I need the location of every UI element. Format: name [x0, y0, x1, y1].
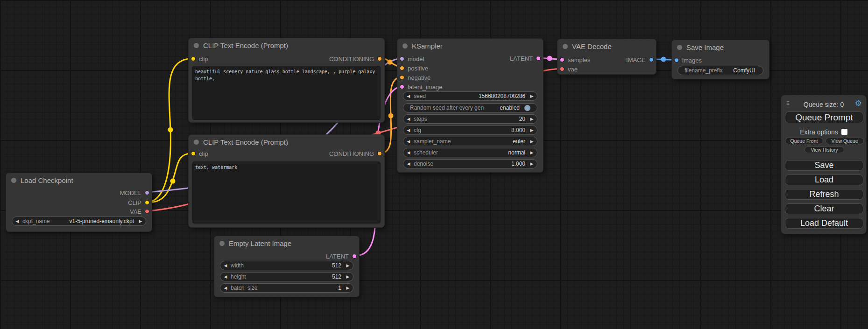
node-title-bar[interactable]: CLIP Text Encode (Prompt) [189, 38, 384, 52]
output-slot-model[interactable]: MODEL [120, 189, 149, 197]
decrement-arrow-icon[interactable]: ◀ [220, 263, 231, 268]
node-graph-canvas[interactable]: Load Checkpoint MODEL CLIP VAE ◀ ckpt_na… [0, 0, 868, 329]
load-button[interactable]: Load [785, 175, 863, 185]
vae-input-dot[interactable] [560, 67, 565, 71]
latent-input-dot[interactable] [560, 57, 565, 62]
collapse-dot-icon[interactable] [11, 178, 16, 183]
output-slot-image[interactable]: IMAGE [626, 56, 654, 64]
output-slot-conditioning[interactable]: CONDITIONING [329, 55, 382, 63]
node-empty-latent-image[interactable]: Empty Latent Image LATENT ◀ width 512 ▶ … [214, 236, 360, 297]
prompt-textarea[interactable]: text, watermark [192, 161, 381, 224]
increment-arrow-icon[interactable]: ▶ [343, 274, 353, 279]
image-output-dot[interactable] [649, 57, 654, 62]
increment-arrow-icon[interactable]: ▶ [343, 263, 353, 268]
output-slot-latent[interactable]: LATENT [326, 252, 357, 260]
decrement-arrow-icon[interactable]: ◀ [220, 286, 231, 290]
increment-arrow-icon[interactable]: ▶ [527, 150, 537, 155]
input-slot-images[interactable]: images [674, 56, 702, 64]
input-slot-model[interactable]: model [400, 55, 424, 63]
queue-prompt-button[interactable]: Queue Prompt [785, 112, 863, 123]
widget-denoise[interactable]: ◀ denoise 1.000 ▶ [403, 159, 537, 168]
node-save-image[interactable]: Save Image images filename_prefix ComfyU… [671, 40, 769, 79]
decrement-arrow-icon[interactable]: ◀ [403, 161, 414, 166]
input-slot-clip[interactable]: clip [191, 149, 208, 158]
widget-batch-size[interactable]: ◀ batch_size 1 ▶ [220, 283, 353, 293]
widget-filename-prefix[interactable]: filename_prefix ComfyUI [677, 66, 763, 75]
decrement-arrow-icon[interactable]: ◀ [12, 219, 22, 224]
output-slot-clip[interactable]: CLIP [128, 198, 149, 207]
node-ksampler[interactable]: KSampler model positive negative latent_… [397, 38, 543, 173]
image-input-dot[interactable] [674, 58, 679, 63]
decrement-arrow-icon[interactable]: ◀ [403, 94, 414, 98]
decrement-arrow-icon[interactable]: ◀ [403, 150, 414, 155]
collapse-dot-icon[interactable] [677, 45, 682, 50]
load-default-button[interactable]: Load Default [785, 218, 863, 229]
clip-output-dot[interactable] [145, 200, 149, 205]
clip-input-dot[interactable] [191, 56, 196, 61]
view-queue-button[interactable]: View Queue [826, 138, 864, 144]
conditioning-input-dot[interactable] [400, 66, 404, 70]
widget-random-seed-toggle[interactable]: Random seed after every gen enabled [403, 103, 537, 112]
node-title-bar[interactable]: VAE Decode [557, 39, 656, 53]
collapse-dot-icon[interactable] [194, 140, 199, 145]
increment-arrow-icon[interactable]: ▶ [135, 219, 146, 224]
widget-cfg[interactable]: ◀ cfg 8.000 ▶ [403, 126, 537, 135]
input-slot-latent-image[interactable]: latent_image [400, 83, 442, 91]
node-clip-text-encode-positive[interactable]: CLIP Text Encode (Prompt) clip CONDITION… [188, 38, 385, 123]
model-input-dot[interactable] [400, 56, 404, 61]
decrement-arrow-icon[interactable]: ◀ [403, 117, 414, 121]
prompt-textarea[interactable]: beautiful scenery nature glass bottle la… [192, 66, 381, 120]
widget-scheduler[interactable]: ◀ scheduler normal ▶ [403, 148, 537, 157]
increment-arrow-icon[interactable]: ▶ [527, 117, 537, 121]
latent-output-dot[interactable] [536, 56, 541, 61]
decrement-arrow-icon[interactable]: ◀ [220, 274, 231, 279]
save-button[interactable]: Save [785, 160, 863, 171]
clip-input-dot[interactable] [191, 151, 196, 156]
node-load-checkpoint[interactable]: Load Checkpoint MODEL CLIP VAE ◀ ckpt_na… [6, 173, 152, 232]
increment-arrow-icon[interactable]: ▶ [527, 161, 537, 166]
node-title-bar[interactable]: CLIP Text Encode (Prompt) [189, 135, 384, 149]
latent-output-dot[interactable] [352, 254, 357, 259]
node-title-bar[interactable]: Save Image [672, 40, 769, 54]
input-slot-positive[interactable]: positive [400, 64, 428, 72]
latent-input-dot[interactable] [400, 84, 404, 89]
view-history-button[interactable]: View History [804, 147, 844, 153]
output-slot-latent[interactable]: LATENT [510, 54, 541, 63]
increment-arrow-icon[interactable]: ▶ [527, 128, 537, 133]
model-output-dot[interactable] [145, 190, 149, 195]
vae-output-dot[interactable] [145, 209, 149, 214]
conditioning-input-dot[interactable] [400, 75, 404, 80]
refresh-button[interactable]: Refresh [785, 189, 863, 200]
input-slot-clip[interactable]: clip [191, 55, 208, 63]
collapse-dot-icon[interactable] [402, 43, 408, 49]
collapse-dot-icon[interactable] [194, 43, 199, 48]
collapse-dot-icon[interactable] [563, 44, 568, 49]
increment-arrow-icon[interactable]: ▶ [527, 94, 537, 98]
input-slot-samples[interactable]: samples [560, 56, 590, 64]
toggle-dot[interactable] [524, 105, 530, 111]
output-slot-conditioning[interactable]: CONDITIONING [329, 149, 382, 158]
decrement-arrow-icon[interactable]: ◀ [403, 128, 414, 133]
input-slot-negative[interactable]: negative [400, 73, 430, 82]
extra-options-checkbox[interactable] [841, 129, 847, 135]
widget-width[interactable]: ◀ width 512 ▶ [220, 261, 353, 270]
input-slot-vae[interactable]: vae [560, 65, 578, 73]
increment-arrow-icon[interactable]: ▶ [343, 286, 353, 290]
widget-seed[interactable]: ◀ seed 156680208700286 ▶ [403, 91, 537, 101]
conditioning-output-dot[interactable] [377, 56, 382, 61]
widget-sampler-name[interactable]: ◀ sampler_name euler ▶ [403, 137, 537, 146]
node-title-bar[interactable]: KSampler [397, 39, 543, 53]
widget-height[interactable]: ◀ height 512 ▶ [220, 272, 353, 281]
conditioning-output-dot[interactable] [377, 151, 382, 156]
queue-front-button[interactable]: Queue Front [785, 138, 823, 144]
node-title-bar[interactable]: Empty Latent Image [214, 236, 359, 250]
clear-button[interactable]: Clear [785, 203, 863, 214]
settings-gear-icon[interactable]: ⚙ [855, 98, 862, 108]
collapse-dot-icon[interactable] [219, 241, 225, 246]
node-clip-text-encode-negative[interactable]: CLIP Text Encode (Prompt) clip CONDITION… [188, 134, 385, 228]
node-title-bar[interactable]: Load Checkpoint [6, 173, 152, 187]
node-vae-decode[interactable]: VAE Decode samples vae IMAGE [557, 39, 656, 75]
increment-arrow-icon[interactable]: ▶ [527, 139, 537, 144]
widget-steps[interactable]: ◀ steps 20 ▶ [403, 114, 537, 124]
decrement-arrow-icon[interactable]: ◀ [403, 139, 414, 144]
